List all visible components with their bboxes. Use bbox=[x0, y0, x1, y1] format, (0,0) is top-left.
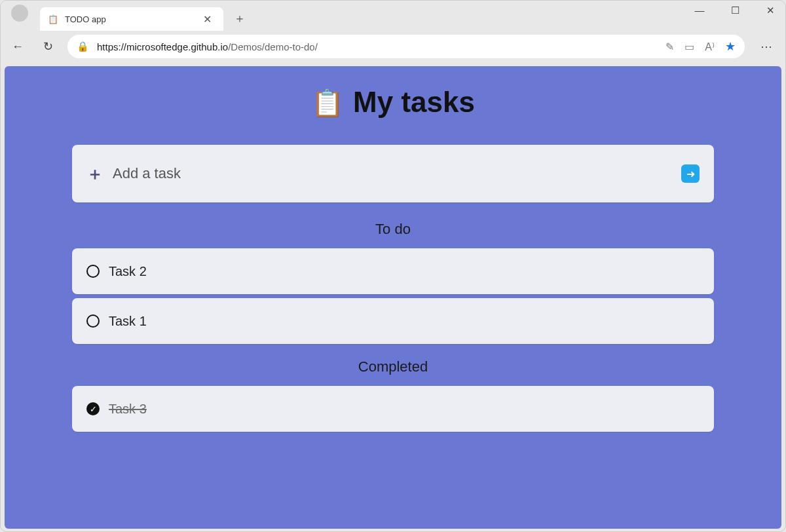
minimize-button[interactable]: — bbox=[688, 5, 711, 16]
maximize-button[interactable]: ☐ bbox=[724, 5, 746, 16]
window-controls: — ☐ ✕ bbox=[688, 5, 781, 16]
todo-list: Task 2 Task 1 bbox=[72, 248, 714, 344]
favorite-star-icon[interactable]: ★ bbox=[725, 39, 736, 54]
task-row[interactable]: Task 1 bbox=[72, 298, 714, 344]
task-checkbox-checked-icon[interactable]: ✓ bbox=[86, 402, 100, 415]
task-label: Task 1 bbox=[109, 314, 147, 329]
url-path: /Demos/demo-to-do/ bbox=[228, 41, 318, 52]
completed-section-title: Completed bbox=[72, 358, 714, 375]
extensions-icon[interactable]: ▭ bbox=[684, 41, 694, 53]
viewport: 📋My tasks ＋ ➜ To do Task 2 Task 1 bbox=[1, 62, 785, 532]
browser-titlebar: 📋 TODO app ✕ ＋ — ☐ ✕ bbox=[1, 1, 785, 31]
task-row[interactable]: ✓ Task 3 bbox=[72, 386, 714, 432]
url-host: https://microsoftedge.github.io bbox=[97, 41, 228, 52]
add-task-card: ＋ ➜ bbox=[72, 145, 714, 202]
add-task-input[interactable] bbox=[113, 165, 681, 182]
refresh-button[interactable]: ↻ bbox=[37, 36, 58, 57]
task-label: Task 3 bbox=[109, 402, 147, 417]
read-aloud-icon[interactable]: A⁾ bbox=[705, 41, 715, 53]
page-title: 📋My tasks bbox=[72, 86, 714, 119]
new-tab-button[interactable]: ＋ bbox=[229, 7, 251, 29]
edit-icon[interactable]: ✎ bbox=[665, 41, 674, 53]
close-tab-button[interactable]: ✕ bbox=[199, 12, 215, 27]
task-label: Task 2 bbox=[109, 264, 147, 279]
submit-task-button[interactable]: ➜ bbox=[681, 164, 700, 183]
address-bar[interactable]: 🔒 https://microsoftedge.github.io/Demos/… bbox=[67, 35, 745, 58]
clipboard-icon: 📋 bbox=[311, 88, 344, 117]
page-title-text: My tasks bbox=[353, 86, 475, 118]
more-menu-button[interactable]: ⋯ bbox=[754, 39, 779, 54]
lock-icon: 🔒 bbox=[77, 41, 89, 52]
task-row[interactable]: Task 2 bbox=[72, 248, 714, 294]
profile-avatar[interactable] bbox=[11, 5, 28, 22]
tab-favicon-icon: 📋 bbox=[48, 14, 58, 24]
app-page: 📋My tasks ＋ ➜ To do Task 2 Task 1 bbox=[5, 66, 781, 529]
plus-icon: ＋ bbox=[86, 162, 103, 185]
url-text: https://microsoftedge.github.io/Demos/de… bbox=[97, 41, 658, 52]
back-button[interactable]: ← bbox=[7, 36, 28, 57]
browser-tab[interactable]: 📋 TODO app ✕ bbox=[40, 7, 223, 31]
browser-toolbar: ← ↻ 🔒 https://microsoftedge.github.io/De… bbox=[1, 31, 785, 62]
task-checkbox-icon[interactable] bbox=[86, 265, 100, 278]
todo-section-title: To do bbox=[72, 221, 714, 238]
close-window-button[interactable]: ✕ bbox=[759, 5, 781, 16]
tab-title: TODO app bbox=[65, 14, 106, 24]
arrow-right-icon: ➜ bbox=[686, 168, 695, 180]
completed-list: ✓ Task 3 bbox=[72, 386, 714, 432]
task-checkbox-icon[interactable] bbox=[86, 314, 100, 328]
